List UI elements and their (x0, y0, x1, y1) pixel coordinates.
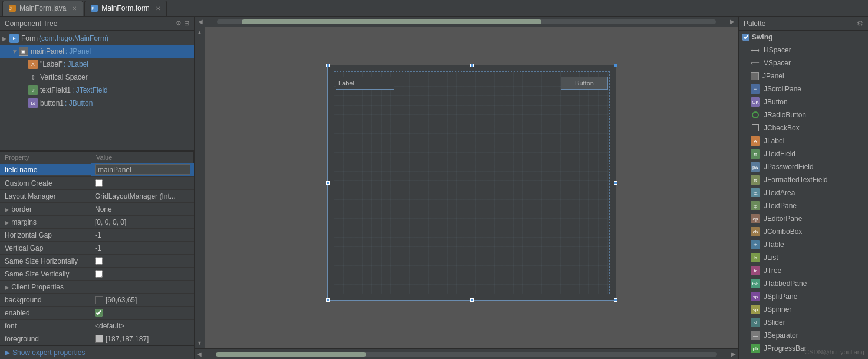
palette-item-jtextfield[interactable]: tf JTextField (739, 147, 868, 160)
palette-section-swing[interactable]: Swing (739, 31, 868, 44)
client-props-expand-icon[interactable]: ▶ (5, 284, 9, 291)
palette-item-jlist[interactable]: ls JList (739, 251, 868, 264)
jradiobutton-label: JRadioButton (764, 111, 806, 119)
palette-item-vspacer[interactable]: ⟸ VSpacer (739, 57, 868, 70)
palette-item-jslider[interactable]: sl JSlider (739, 316, 868, 329)
palette-header: Palette ⚙ (739, 17, 868, 31)
field-name-input[interactable] (95, 164, 190, 175)
tree-expand-icon[interactable]: ⊟ (184, 19, 189, 27)
prop-value-foreground[interactable]: [187,187,187] (91, 334, 194, 344)
prop-name-foreground: foreground (0, 334, 91, 344)
margins-expand-icon[interactable]: ▶ (5, 219, 9, 226)
prop-value-font[interactable]: <default> (91, 321, 194, 331)
tree-item-button[interactable]: bt button1 : JButton (0, 97, 194, 110)
palette-item-jpasswordfield[interactable]: pw JPasswordField (739, 160, 868, 173)
tree-item-spacer[interactable]: ⇕ Vertical Spacer (0, 71, 194, 84)
vertical-scroll-thumb[interactable] (216, 352, 366, 357)
palette-item-jbutton[interactable]: OK JButton (739, 95, 868, 108)
prop-value-enabled[interactable] (91, 308, 194, 318)
sel-handle-bl[interactable] (326, 298, 330, 302)
prop-value-field-name[interactable] (91, 163, 194, 176)
vspacer-palette-icon: ⟸ (751, 58, 760, 68)
tree-spacer-label: Vertical Spacer (40, 73, 88, 81)
prop-value-border[interactable]: None (91, 204, 194, 215)
palette-item-jeditorpane[interactable]: ep JEditorPane (739, 212, 868, 225)
palette-item-jcheckbox[interactable]: JCheckBox (739, 121, 868, 134)
jslider-palette-icon: sl (751, 318, 760, 327)
palette-item-jtabbedpane[interactable]: tab JTabbedPane (739, 277, 868, 290)
palette-item-jsplitpane[interactable]: sp JSplitPane (739, 290, 868, 303)
vertical-scroll-track[interactable] (216, 352, 717, 357)
sel-handle-br[interactable] (614, 298, 617, 302)
design-panel[interactable]: Label Button (327, 65, 616, 301)
sel-handle-mr[interactable] (614, 181, 617, 185)
jcheckbox-label: JCheckBox (764, 124, 800, 132)
custom-create-checkbox[interactable] (95, 179, 103, 187)
palette-item-jseparator[interactable]: — JSeparator (739, 329, 868, 342)
prop-value-same-v[interactable] (91, 269, 194, 279)
canvas-left-handle[interactable]: ▲ ▼ (195, 27, 205, 348)
palette-gear-icon[interactable]: ⚙ (857, 19, 863, 28)
sel-handle-tl[interactable] (326, 64, 330, 67)
palette-item-jscrollpane[interactable]: ≡ JScrollPane (739, 83, 868, 95)
palette-item-jlabel[interactable]: A JLabel (739, 134, 868, 147)
prop-value-h-gap[interactable]: -1 (91, 230, 194, 241)
scroll-left-arrow[interactable]: ◀ (196, 18, 205, 25)
swing-section-checkbox[interactable] (742, 34, 749, 41)
palette-item-jtextarea[interactable]: ta JTextArea (739, 186, 868, 199)
canvas-top-scrollbar[interactable]: ◀ ▶ (195, 17, 738, 27)
scroll-bottom-left-arrow[interactable]: ◀ (195, 351, 204, 357)
jpanel-label: JPanel (762, 72, 784, 80)
canvas-bottom-scrollbar[interactable]: ◀ ▶ (195, 348, 738, 359)
scroll-bottom-right-arrow[interactable]: ▶ (729, 351, 738, 357)
tab-java-close[interactable]: ✕ (72, 5, 77, 12)
jtextarea-palette-icon: ta (751, 188, 760, 197)
tree-item-textfield[interactable]: tf textField1 : JTextField (0, 84, 194, 97)
palette-item-jtree[interactable]: tr JTree (739, 264, 868, 277)
tab-form-close[interactable]: ✕ (156, 5, 160, 12)
jscrollpane-label: JScrollPane (764, 85, 801, 93)
scroll-right-arrow[interactable]: ▶ (728, 18, 737, 25)
palette-panel: Palette ⚙ Swing ⟷ HSpacer ⟸ VSpacer JPan… (738, 17, 868, 359)
canvas-button-component[interactable]: Button (561, 77, 608, 90)
canvas-label-component[interactable]: Label (336, 77, 394, 90)
tree-item-form[interactable]: ▶ F Form (com.hugo.MainForm) (0, 32, 194, 45)
horizontal-scroll-thumb[interactable] (242, 19, 541, 24)
sel-handle-tc[interactable] (470, 64, 474, 67)
background-color-swatch[interactable] (95, 296, 103, 304)
prop-value-v-gap[interactable]: -1 (91, 243, 194, 253)
sel-handle-bc[interactable] (470, 298, 474, 302)
palette-item-jformattedtextfield[interactable]: ft JFormattedTextField (739, 173, 868, 186)
palette-item-jpanel[interactable]: JPanel (739, 70, 868, 83)
prop-value-same-h[interactable] (91, 256, 194, 266)
same-v-checkbox[interactable] (95, 270, 103, 278)
resize-up-arrow[interactable]: ▲ (197, 29, 202, 35)
prop-value-margins[interactable]: [0, 0, 0, 0] (91, 217, 194, 228)
prop-value-layout-manager[interactable]: GridLayoutManager (Int... (91, 191, 194, 202)
prop-value-background[interactable]: [60,63,65] (91, 295, 194, 305)
enabled-checkbox[interactable] (95, 309, 103, 317)
border-expand-icon[interactable]: ▶ (5, 206, 9, 213)
sel-handle-tr[interactable] (614, 64, 617, 67)
show-expert-properties[interactable]: ▶ Show expert properties (0, 345, 194, 359)
palette-item-jradiobutton[interactable]: JRadioButton (739, 108, 868, 121)
horizontal-scroll-track[interactable] (217, 19, 716, 24)
same-h-checkbox[interactable] (95, 257, 103, 265)
palette-item-jtextpane[interactable]: tp JTextPane (739, 199, 868, 212)
palette-item-hspacer[interactable]: ⟷ HSpacer (739, 44, 868, 57)
prop-value-custom-create[interactable] (91, 178, 194, 188)
palette-item-jcombobox[interactable]: cb JComboBox (739, 225, 868, 238)
foreground-color-swatch[interactable] (95, 335, 103, 343)
palette-item-jspinner[interactable]: sp JSpinner (739, 303, 868, 316)
sel-handle-ml[interactable] (326, 181, 330, 185)
tree-item-label[interactable]: A "Label" : JLabel (0, 58, 194, 71)
tab-mainform-form[interactable]: F MainForm.form ✕ (84, 1, 166, 16)
tab-mainform-java[interactable]: J MainForm.java ✕ (2, 1, 83, 16)
jtextpane-palette-icon: tp (751, 201, 760, 210)
palette-item-jprogressbar[interactable]: pb JProgressBar (739, 342, 868, 355)
tree-item-mainpanel[interactable]: ▼ ▣ mainPanel : JPanel (0, 45, 194, 58)
tree-mainpanel-type: : JPanel (65, 47, 91, 55)
tree-settings-icon[interactable]: ⚙ (176, 19, 182, 27)
palette-item-jtable[interactable]: tb JTable (739, 238, 868, 251)
resize-down-arrow[interactable]: ▼ (197, 340, 202, 346)
